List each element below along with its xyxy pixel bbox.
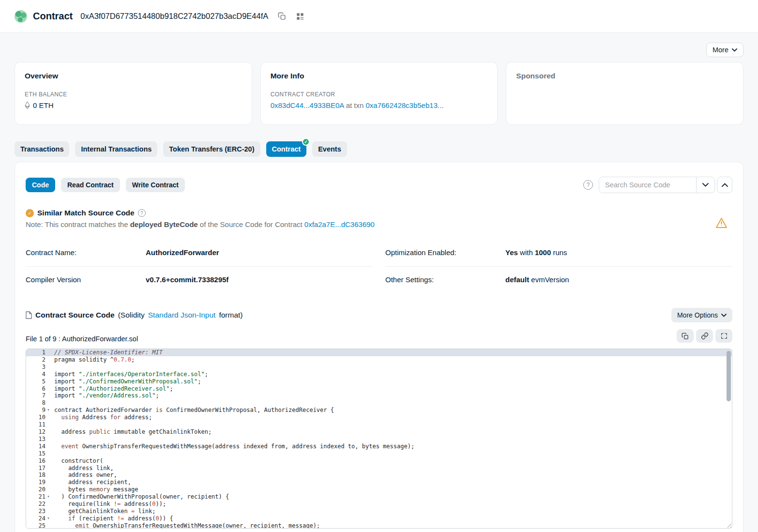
subtab-label: Read Contract [67, 181, 114, 189]
contract-name-label: Contract Name: [26, 248, 146, 257]
verified-check-badge: ✓ [302, 138, 310, 146]
tab-token-transfers[interactable]: Token Transfers (ERC-20) [163, 141, 260, 157]
matched-contract-link[interactable]: 0xfa2a7E...dC363690 [304, 220, 375, 228]
code-line: 4import "./interfaces/OperatorInterface.… [26, 371, 732, 378]
line-number: 17 [26, 465, 51, 472]
code-line: 12 address public immutable getChainlink… [26, 428, 732, 436]
chevron-up-icon [722, 183, 728, 187]
warning-triangle-icon[interactable] [715, 217, 728, 228]
code-line: 19 address recipient, [26, 479, 732, 486]
code-editor-lines: 1// SPDX-License-Identifier: MIT2pragma … [26, 349, 732, 529]
similar-match-note: Note: This contract matches the deployed… [26, 220, 375, 228]
search-next-button[interactable] [696, 177, 714, 193]
file-icon [26, 311, 32, 319]
line-number: 3 [26, 364, 51, 371]
code-line: 22 require(link != address(0)); [26, 501, 732, 508]
source-code-editor[interactable]: 1// SPDX-License-Identifier: MIT2pragma … [26, 349, 732, 529]
creation-txn-link[interactable]: 0xa7662428c3b5eb13... [366, 101, 444, 109]
chevron-down-icon [732, 48, 737, 52]
code-line: 3 [26, 364, 732, 371]
line-number: 13 [26, 436, 51, 443]
sponsored-card: Sponsored [506, 62, 743, 125]
json-input-link[interactable]: Standard Json-Input [148, 311, 216, 319]
line-number: 7 [26, 392, 51, 399]
format-text: format) [219, 311, 243, 319]
evm-default: default [505, 275, 529, 284]
subtab-label: Write Contract [132, 181, 179, 189]
tab-label: Transactions [20, 145, 63, 153]
code-line: 9▾contract AuthorizedForwarder is Confir… [26, 407, 732, 414]
subtab-read-contract[interactable]: Read Contract [61, 178, 120, 192]
qr-code-icon[interactable] [295, 12, 305, 21]
evm-version: evmVersion [529, 275, 569, 284]
line-number: 5 [26, 378, 51, 385]
creator-address-link[interactable]: 0x83dC44...4933BE0A [271, 101, 344, 109]
fold-arrow-icon[interactable]: ▾ [45, 407, 51, 414]
line-number: 25 [26, 522, 51, 529]
contract-creator-label: CONTRACT CREATOR [271, 91, 488, 98]
code-line: 1// SPDX-License-Identifier: MIT [26, 349, 732, 356]
more-info-card: More Info CONTRACT CREATOR 0x83dC44...49… [260, 62, 498, 125]
code-line: 13 [26, 436, 732, 443]
note-bold-text: deployed ByteCode [130, 220, 198, 228]
subtab-code[interactable]: Code [26, 178, 55, 192]
code-line: 14 event OwnershipTransferRequestedWithM… [26, 443, 732, 450]
overview-card: Overview ETH BALANCE 0 ETH [15, 62, 252, 125]
code-line: 20 bytes memory message [26, 486, 732, 493]
page-header: Contract 0xA3f07D6773514480b918C2742b027… [0, 0, 758, 33]
tab-contract[interactable]: Contract ✓ [266, 141, 307, 157]
ethereum-icon [25, 101, 30, 109]
expand-button[interactable] [715, 329, 732, 343]
other-settings-label: Other Settings: [385, 275, 505, 284]
subtab-write-contract[interactable]: Write Contract [126, 178, 185, 192]
compiler-version-label: Compiler Version [26, 275, 146, 284]
editor-scrollbar[interactable] [727, 351, 731, 401]
code-line: 8 [26, 399, 732, 407]
copy-source-button[interactable] [677, 329, 694, 343]
tab-label: Internal Transactions [81, 145, 152, 153]
line-number: 24▾ [26, 515, 51, 522]
line-number: 9▾ [26, 407, 51, 414]
code-line: 25 emit OwnershipTransferRequestedWithMe… [26, 522, 732, 529]
copy-address-icon[interactable] [277, 12, 287, 21]
code-line: 2pragma solidity ^0.7.0; [26, 356, 732, 364]
line-number: 10 [26, 414, 51, 421]
eth-balance-value: 0 ETH [33, 101, 54, 109]
contract-panel: Code Read Contract Write Contract ? ✓ Si… [15, 162, 743, 532]
expand-icon [721, 333, 728, 339]
code-line: 5import "./ConfirmedOwnerWithProposal.so… [26, 378, 732, 385]
optimization-yes: Yes [505, 248, 518, 257]
note-text: Note: This contract matches the [26, 220, 130, 228]
code-line: 7import "./vendor/Address.sol"; [26, 392, 732, 399]
eth-balance-label: ETH BALANCE [25, 91, 242, 98]
optimization-with: with [518, 248, 535, 257]
more-button[interactable]: More [706, 43, 743, 57]
fold-arrow-icon[interactable]: ▾ [45, 493, 51, 501]
line-number: 1 [26, 349, 51, 356]
similar-match-title: Similar Match Source Code [37, 209, 135, 217]
at-txn-text: at txn [344, 101, 365, 109]
line-number: 22 [26, 501, 51, 508]
help-icon[interactable]: ? [583, 180, 593, 190]
tab-events[interactable]: Events [312, 141, 347, 157]
fold-arrow-icon[interactable]: ▾ [45, 515, 51, 522]
line-number: 21▾ [26, 493, 51, 501]
tab-internal-transactions[interactable]: Internal Transactions [75, 141, 157, 157]
line-number: 20 [26, 486, 51, 493]
overview-title: Overview [25, 72, 242, 80]
tab-label: Events [318, 145, 341, 153]
tab-label: Token Transfers (ERC-20) [169, 145, 254, 153]
question-mark-icon[interactable]: ? [138, 209, 146, 217]
optimization-runs: runs [551, 248, 567, 257]
tab-transactions[interactable]: Transactions [15, 141, 69, 157]
page-title: Contract [33, 11, 73, 22]
permalink-button[interactable] [696, 329, 713, 343]
optimization-value: Yes with 1000 runs [505, 248, 567, 257]
contract-address: 0xA3f07D6773514480b918C2742b027b3acD9E44… [80, 12, 268, 21]
format-text: (Solidity [118, 311, 145, 319]
search-source-code-input[interactable] [599, 177, 696, 193]
search-prev-button[interactable] [717, 177, 732, 193]
contract-name-value: AuthorizedForwarder [146, 248, 219, 257]
line-number: 18 [26, 471, 51, 479]
more-options-button[interactable]: More Options [671, 308, 732, 322]
